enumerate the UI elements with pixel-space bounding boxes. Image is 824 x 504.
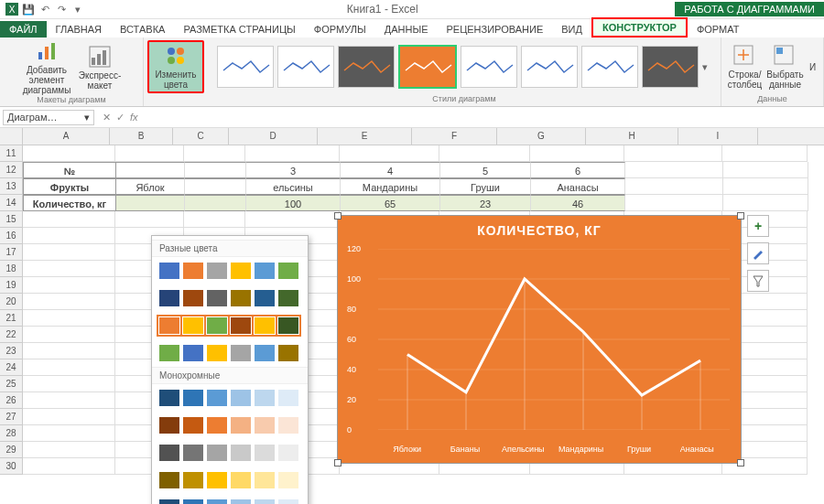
resize-handle[interactable] bbox=[334, 212, 342, 220]
color-swatch[interactable] bbox=[255, 417, 275, 434]
cell-C14[interactable] bbox=[185, 195, 246, 211]
cell-A17[interactable] bbox=[23, 244, 115, 261]
tab-home[interactable]: ГЛАВНАЯ bbox=[47, 21, 111, 38]
cell-D15[interactable] bbox=[245, 211, 340, 228]
style-thumb-8[interactable] bbox=[642, 46, 699, 88]
color-swatch[interactable] bbox=[183, 472, 203, 488]
cell-A30[interactable] bbox=[23, 458, 115, 475]
color-swatch[interactable] bbox=[255, 317, 275, 334]
color-swatch[interactable] bbox=[159, 345, 179, 361]
style-thumb-4-selected[interactable] bbox=[398, 45, 457, 89]
cell-A23[interactable] bbox=[23, 343, 115, 359]
worksheet-grid[interactable]: ABCDEFGHI 1112№345613ФруктыЯблокельсиныМ… bbox=[0, 128, 824, 504]
cell-I14[interactable] bbox=[723, 195, 808, 211]
color-swatch[interactable] bbox=[183, 345, 203, 361]
chart-title[interactable]: КОЛИЧЕСТВО, КГ bbox=[338, 216, 741, 241]
row-header-29[interactable]: 29 bbox=[0, 442, 23, 458]
color-swatch[interactable] bbox=[278, 445, 298, 461]
cell-A29[interactable] bbox=[23, 442, 115, 458]
row-header-18[interactable]: 18 bbox=[0, 261, 23, 277]
chart-plot-area[interactable] bbox=[378, 249, 730, 430]
row-header-25[interactable]: 25 bbox=[0, 376, 23, 392]
row-header-30[interactable]: 30 bbox=[0, 458, 23, 475]
color-swatch[interactable] bbox=[278, 345, 298, 361]
cell-F13[interactable]: Груши bbox=[440, 178, 531, 195]
row-header-12[interactable]: 12 bbox=[0, 162, 23, 178]
quick-layout-button[interactable]: Экспресс-макет bbox=[76, 45, 124, 91]
cell-A12[interactable]: № bbox=[23, 162, 116, 178]
tab-design[interactable]: КОНСТРУКТОР bbox=[591, 17, 688, 38]
color-swatch[interactable] bbox=[183, 317, 203, 334]
col-header-B[interactable]: B bbox=[110, 128, 173, 145]
add-chart-element-button[interactable]: Добавить элемент диаграммы bbox=[19, 39, 74, 95]
style-thumb-2[interactable] bbox=[277, 46, 334, 88]
cell-G11[interactable] bbox=[530, 145, 624, 162]
cell-B11[interactable] bbox=[115, 145, 184, 162]
color-swatch[interactable] bbox=[231, 290, 251, 306]
color-swatch[interactable] bbox=[278, 263, 298, 279]
tab-format[interactable]: ФОРМАТ bbox=[688, 21, 749, 38]
cell-B15[interactable] bbox=[115, 211, 184, 228]
style-thumb-6[interactable] bbox=[521, 46, 578, 88]
color-swatch[interactable] bbox=[278, 290, 298, 306]
chart-styles-button[interactable] bbox=[747, 242, 769, 264]
row-header-23[interactable]: 23 bbox=[0, 343, 23, 359]
color-swatch[interactable] bbox=[159, 445, 179, 461]
color-swatch[interactable] bbox=[231, 390, 251, 406]
col-header-I[interactable]: I bbox=[678, 128, 758, 145]
cell-A15[interactable] bbox=[23, 211, 115, 228]
cell-A24[interactable] bbox=[23, 359, 115, 376]
color-swatch[interactable] bbox=[255, 445, 275, 461]
color-swatch[interactable] bbox=[159, 263, 179, 279]
col-header-E[interactable]: E bbox=[318, 128, 412, 145]
color-swatch[interactable] bbox=[207, 445, 227, 461]
col-header-H[interactable]: H bbox=[586, 128, 678, 145]
row-header-26[interactable]: 26 bbox=[0, 392, 23, 409]
style-thumb-5[interactable] bbox=[461, 46, 517, 88]
color-swatch[interactable] bbox=[159, 317, 179, 334]
chart-style-gallery[interactable]: ▾ bbox=[211, 39, 717, 94]
style-gallery-more-icon[interactable]: ▾ bbox=[702, 61, 711, 73]
switch-row-col-button[interactable]: Строка/ столбец bbox=[725, 44, 764, 90]
row-header-14[interactable]: 14 bbox=[0, 195, 23, 211]
undo-icon[interactable]: ↶ bbox=[38, 3, 51, 16]
row-header-20[interactable]: 20 bbox=[0, 294, 23, 310]
name-box-dropdown-icon[interactable]: ▾ bbox=[84, 112, 90, 123]
cell-E13[interactable]: Мандарины bbox=[341, 178, 440, 195]
cell-B13[interactable]: Яблок bbox=[116, 178, 185, 195]
color-swatch[interactable] bbox=[278, 417, 298, 434]
cell-G13[interactable]: Ананасы bbox=[531, 178, 625, 195]
color-swatch[interactable] bbox=[207, 499, 227, 504]
select-all-corner[interactable] bbox=[0, 128, 23, 145]
cell-A20[interactable] bbox=[23, 294, 115, 310]
qat-dropdown-icon[interactable]: ▾ bbox=[71, 3, 84, 16]
color-swatch[interactable] bbox=[159, 390, 179, 406]
chart-elements-button[interactable]: + bbox=[747, 215, 769, 237]
chart-filters-button[interactable] bbox=[747, 270, 769, 292]
color-swatch[interactable] bbox=[183, 290, 203, 306]
cell-I13[interactable] bbox=[723, 178, 808, 195]
embedded-chart[interactable]: КОЛИЧЕСТВО, КГ 020406080100120 ЯблокиБан… bbox=[337, 215, 742, 464]
color-swatch[interactable] bbox=[207, 317, 227, 334]
cancel-icon[interactable]: ✕ bbox=[103, 112, 111, 123]
color-swatch[interactable] bbox=[207, 345, 227, 361]
cell-F12[interactable]: 5 bbox=[440, 162, 531, 178]
cell-E11[interactable] bbox=[340, 145, 439, 162]
tab-layout[interactable]: РАЗМЕТКА СТРАНИЦЫ bbox=[174, 21, 304, 38]
row-header-17[interactable]: 17 bbox=[0, 244, 23, 261]
cell-A13[interactable]: Фрукты bbox=[23, 178, 116, 195]
cell-A22[interactable] bbox=[23, 327, 115, 343]
cell-A14[interactable]: Количество, кг bbox=[23, 195, 116, 211]
col-header-A[interactable]: A bbox=[23, 128, 110, 145]
color-swatch[interactable] bbox=[183, 390, 203, 406]
color-swatch[interactable] bbox=[278, 499, 298, 504]
color-swatch[interactable] bbox=[183, 499, 203, 504]
cell-A19[interactable] bbox=[23, 277, 115, 294]
cell-A25[interactable] bbox=[23, 376, 115, 392]
cell-D13[interactable]: ельсины bbox=[246, 178, 341, 195]
row-header-15[interactable]: 15 bbox=[0, 211, 23, 228]
color-swatch[interactable] bbox=[159, 417, 179, 434]
row-header-22[interactable]: 22 bbox=[0, 327, 23, 343]
row-header-28[interactable]: 28 bbox=[0, 425, 23, 442]
cell-I12[interactable] bbox=[723, 162, 808, 178]
